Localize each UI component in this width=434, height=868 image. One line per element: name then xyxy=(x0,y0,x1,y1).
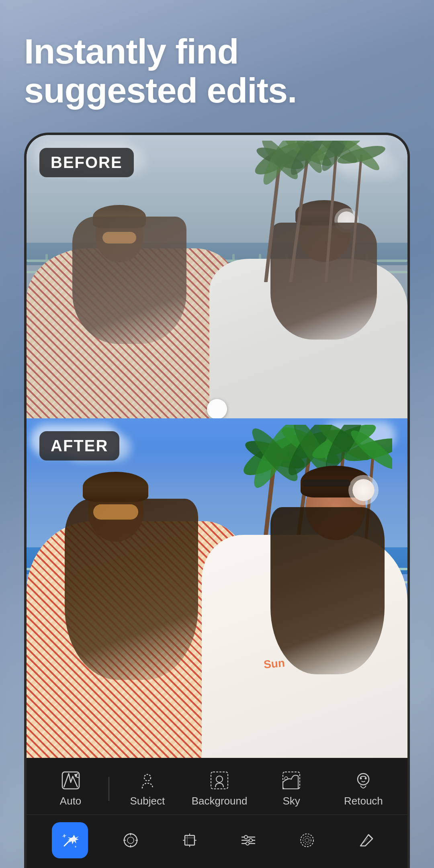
erase-icon xyxy=(357,831,375,849)
toolbar: Auto Subject xyxy=(27,758,407,868)
svg-point-42 xyxy=(360,778,362,780)
svg-point-58 xyxy=(301,834,313,847)
tab-subject-label: Subject xyxy=(130,795,165,807)
select-icon xyxy=(122,831,139,849)
phone-wrapper: BEFORE xyxy=(24,133,410,868)
svg-rect-51 xyxy=(185,835,194,845)
hero-section: Instantly find suggested edits. xyxy=(24,32,410,110)
tab-subject[interactable]: Subject xyxy=(111,770,183,807)
tab-retouch[interactable]: Retouch xyxy=(328,770,399,807)
toolbar-tabs: Auto Subject xyxy=(27,766,407,815)
retouch-icon xyxy=(353,770,374,791)
tab-background-label: Background xyxy=(192,795,248,807)
after-hair-left-top xyxy=(83,472,148,502)
after-hair-flowing-right xyxy=(270,507,385,674)
svg-point-56 xyxy=(249,839,252,842)
select-button[interactable] xyxy=(115,824,147,856)
after-people: Sun xyxy=(27,479,407,758)
sunglasses-left xyxy=(102,232,136,244)
before-label: BEFORE xyxy=(39,148,134,177)
crop-button[interactable] xyxy=(174,824,206,856)
toolbar-divider xyxy=(108,777,109,801)
after-photo: Sun xyxy=(27,418,407,758)
erase-button[interactable] xyxy=(350,824,382,856)
mask-button[interactable] xyxy=(291,824,323,856)
after-panel: Sun xyxy=(27,418,407,758)
tab-sky-label: Sky xyxy=(283,795,300,807)
divider-circle xyxy=(207,399,227,418)
crop-icon xyxy=(181,831,199,849)
svg-point-60 xyxy=(305,838,309,842)
svg-point-38 xyxy=(216,776,223,782)
before-trees xyxy=(228,141,388,282)
svg-line-3 xyxy=(351,155,361,282)
split-handle[interactable] xyxy=(207,399,227,418)
svg-point-57 xyxy=(246,842,249,845)
adjust-button[interactable] xyxy=(232,824,264,856)
tab-auto[interactable]: Auto xyxy=(35,770,106,807)
toolbar-actions xyxy=(27,815,407,862)
after-sunglasses-top-right xyxy=(302,479,350,487)
before-photo xyxy=(27,135,407,418)
svg-point-36 xyxy=(144,774,151,781)
before-panel: BEFORE xyxy=(27,135,407,418)
svg-point-35 xyxy=(75,774,77,776)
image-container: BEFORE xyxy=(27,135,407,758)
subject-icon xyxy=(137,770,158,791)
sky-icon xyxy=(281,770,302,791)
svg-point-46 xyxy=(127,837,134,843)
hero-title: Instantly find suggested edits. xyxy=(24,32,410,110)
svg-point-55 xyxy=(244,835,248,839)
after-sunglasses-left xyxy=(93,504,138,520)
magic-wand-icon xyxy=(61,831,79,849)
mask-icon xyxy=(298,831,316,849)
after-hair-flowing-left xyxy=(65,499,198,680)
tab-sky[interactable]: Sky xyxy=(256,770,328,807)
phone-frame: BEFORE xyxy=(24,133,410,868)
shirt-text: Sun xyxy=(263,657,285,671)
tab-auto-label: Auto xyxy=(60,795,82,807)
svg-point-59 xyxy=(303,836,311,844)
after-label: AFTER xyxy=(39,431,119,461)
tab-background[interactable]: Background xyxy=(183,770,255,807)
svg-point-41 xyxy=(358,774,369,785)
auto-icon xyxy=(60,770,81,791)
svg-rect-37 xyxy=(211,772,228,789)
adjust-icon xyxy=(240,831,257,849)
magic-wand-button[interactable] xyxy=(52,822,88,858)
svg-point-43 xyxy=(365,778,367,780)
after-flower xyxy=(352,479,375,501)
background-icon xyxy=(209,770,230,791)
tab-retouch-label: Retouch xyxy=(344,795,383,807)
svg-point-44 xyxy=(75,846,76,848)
svg-point-45 xyxy=(124,834,137,847)
